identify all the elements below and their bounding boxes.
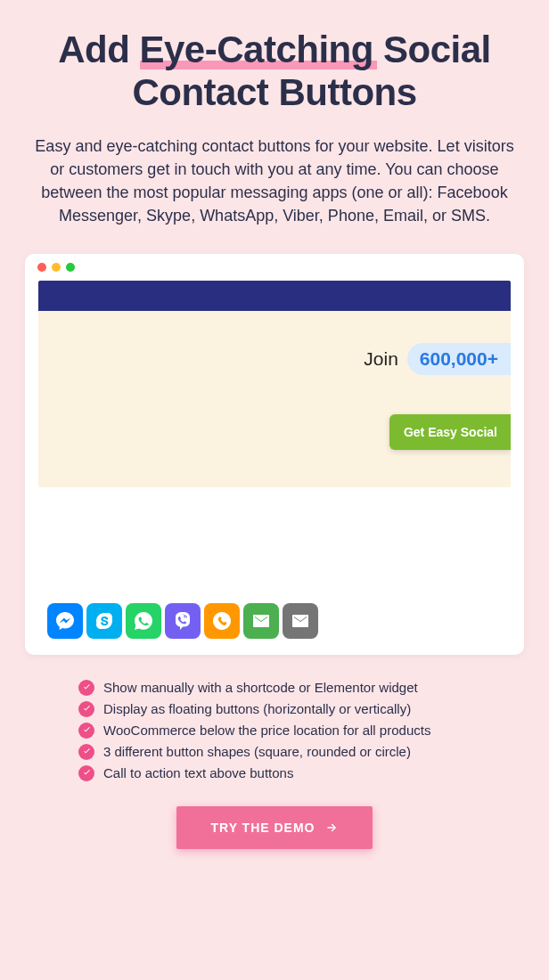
try-demo-button[interactable]: TRY THE DEMO xyxy=(176,806,372,849)
check-icon xyxy=(78,744,94,760)
check-icon xyxy=(78,680,94,696)
page-title: Add Eye-Catching Social Contact Buttons xyxy=(25,29,524,115)
feature-list: Show manually with a shortcode or Elemen… xyxy=(25,680,524,781)
list-item: Call to action text above buttons xyxy=(78,765,471,781)
browser-chrome xyxy=(25,254,524,281)
preview-top-banner xyxy=(38,281,511,311)
window-maximize-dot xyxy=(66,263,75,272)
social-icon-row xyxy=(38,487,511,639)
sms-icon[interactable] xyxy=(283,603,318,639)
get-easy-social-button[interactable]: Get Easy Social xyxy=(389,414,511,450)
list-item: Show manually with a shortcode or Elemen… xyxy=(78,680,471,696)
viber-icon[interactable] xyxy=(165,603,201,639)
check-icon xyxy=(78,701,94,717)
join-label: Join xyxy=(364,348,398,370)
list-item: 3 different button shapes (square, round… xyxy=(78,744,471,760)
check-icon xyxy=(78,723,94,739)
whatsapp-icon[interactable] xyxy=(126,603,161,639)
list-item: WooCommerce below the price location for… xyxy=(78,723,471,739)
window-close-dot xyxy=(37,263,46,272)
window-minimize-dot xyxy=(52,263,61,272)
arrow-right-icon xyxy=(324,821,339,834)
messenger-icon[interactable] xyxy=(47,603,83,639)
check-icon xyxy=(78,765,94,781)
browser-preview: Join 600,000+ Get Easy Social xyxy=(25,254,524,655)
title-highlight: Eye-Catching xyxy=(140,29,373,71)
count-pill: 600,000+ xyxy=(407,343,511,375)
page-subtitle: Easy and eye-catching contact buttons fo… xyxy=(25,135,524,227)
phone-icon[interactable] xyxy=(204,603,240,639)
list-item: Display as floating buttons (horizontall… xyxy=(78,701,471,717)
email-icon[interactable] xyxy=(243,603,279,639)
preview-hero: Join 600,000+ Get Easy Social xyxy=(38,311,511,487)
skype-icon[interactable] xyxy=(86,603,122,639)
